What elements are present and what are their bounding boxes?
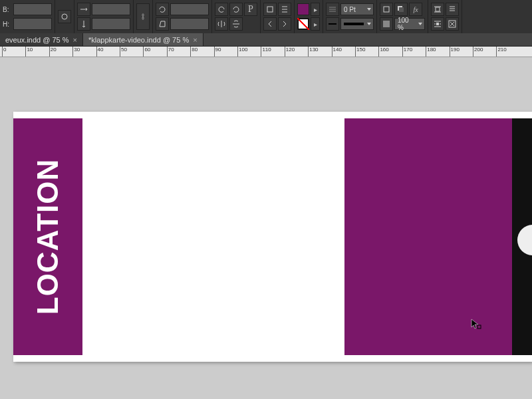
rotate-field[interactable]	[170, 3, 209, 15]
location-heading: LOCATION	[31, 159, 65, 315]
ruler-tick: 180	[426, 47, 436, 57]
ruler-tick: 120	[285, 47, 295, 57]
width-label: B:	[3, 6, 12, 13]
right-purple-panel[interactable]	[344, 118, 512, 355]
stroke-weight-dropdown[interactable]: 0 Pt	[340, 3, 374, 15]
ruler-tick: 40	[96, 47, 104, 57]
text-wrap-none-icon[interactable]	[431, 3, 444, 16]
ruler-tick: 200	[473, 47, 483, 57]
svg-rect-5	[383, 21, 390, 27]
ruler-tick: 30	[72, 47, 80, 57]
corner-none-icon[interactable]	[380, 3, 393, 16]
canvas[interactable]: LOCATION	[0, 57, 532, 399]
circle-graphic	[517, 225, 532, 255]
tab-label: *klappkarte-video.indd @ 75 %	[88, 36, 189, 44]
document-tabs: eveux.indd @ 75 % × *klappkarte-video.in…	[0, 33, 532, 47]
ruler-tick: 20	[49, 47, 57, 57]
ruler-tick: 170	[402, 47, 412, 57]
ruler-tick: 10	[25, 47, 33, 57]
select-container-icon[interactable]	[263, 3, 277, 16]
left-purple-panel[interactable]: LOCATION	[13, 118, 82, 355]
ruler-tick: 110	[261, 47, 271, 57]
align-icon[interactable]	[446, 3, 459, 16]
shear-icon[interactable]	[156, 17, 169, 31]
select-prev-icon[interactable]	[263, 17, 277, 31]
height-label: H:	[3, 21, 12, 28]
rotate-cw-icon[interactable]	[229, 3, 243, 16]
ruler-tick: 140	[332, 47, 342, 57]
stroke-style-dropdown[interactable]	[340, 18, 374, 30]
document-page[interactable]: LOCATION	[13, 112, 532, 362]
flip-v-icon[interactable]	[229, 17, 243, 31]
scale-y-field[interactable]	[92, 18, 130, 30]
select-content-icon[interactable]	[278, 3, 291, 16]
ruler-tick: 0	[2, 47, 6, 57]
ruler-tick: 130	[308, 47, 318, 57]
select-next-icon[interactable]	[278, 17, 291, 31]
opacity-dropdown[interactable]: 100 %	[394, 18, 425, 30]
svg-rect-4	[399, 7, 404, 12]
ruler-tick: 70	[167, 47, 174, 57]
stroke-swatch[interactable]	[297, 18, 309, 30]
stroke-dropdown-icon[interactable]: ▸	[311, 17, 320, 31]
fit-icon[interactable]	[446, 17, 459, 31]
ruler-tick: 190	[450, 47, 460, 57]
close-icon[interactable]: ×	[73, 36, 77, 44]
ruler-tick: 80	[190, 47, 198, 57]
tab-label: eveux.indd @ 75 %	[5, 36, 69, 44]
far-right-image-panel[interactable]	[512, 118, 532, 355]
ruler-tick: 60	[143, 47, 150, 57]
svg-point-0	[62, 14, 67, 19]
close-icon[interactable]: ×	[193, 36, 197, 44]
ruler-tick: 210	[496, 47, 506, 57]
link-icon[interactable]	[136, 3, 150, 30]
constrain-proportions-icon[interactable]	[58, 10, 71, 23]
drop-shadow-icon[interactable]	[394, 3, 408, 16]
width-field[interactable]	[13, 3, 52, 15]
rotate-ccw-icon[interactable]	[215, 3, 228, 16]
ruler-tick: 50	[120, 47, 127, 57]
shear-field[interactable]	[170, 18, 209, 30]
horizontal-ruler[interactable]: 0102030405060708090100110120130140150160…	[0, 47, 532, 57]
svg-rect-2	[384, 7, 389, 12]
fill-swatch[interactable]	[297, 3, 309, 15]
svg-rect-1	[267, 7, 273, 12]
svg-rect-6	[436, 7, 440, 11]
tab-eveux[interactable]: eveux.indd @ 75 % ×	[0, 33, 83, 46]
ruler-tick: 150	[355, 47, 365, 57]
tab-klappkarte[interactable]: *klappkarte-video.indd @ 75 % ×	[83, 33, 203, 46]
rotate-icon[interactable]	[156, 3, 169, 16]
ruler-tick: 160	[378, 47, 388, 57]
stroke-weight-icon	[326, 3, 339, 16]
height-field[interactable]	[13, 18, 52, 30]
scale-x-icon[interactable]	[77, 3, 90, 16]
ruler-tick: 100	[237, 47, 247, 57]
stroke-style-icon	[326, 17, 339, 31]
ruler-tick: 90	[214, 47, 221, 57]
flip-h-icon[interactable]	[215, 17, 228, 31]
fx-icon[interactable]: fx	[409, 3, 422, 16]
opacity-icon	[380, 17, 393, 31]
control-panel: B: H:	[0, 0, 532, 33]
svg-rect-7	[436, 23, 439, 25]
paragraph-icon[interactable]: P	[244, 3, 257, 16]
scale-x-field[interactable]	[92, 3, 130, 15]
fill-dropdown-icon[interactable]: ▸	[311, 3, 320, 16]
scale-y-icon[interactable]	[77, 17, 90, 31]
text-wrap-bound-icon[interactable]	[431, 17, 444, 31]
